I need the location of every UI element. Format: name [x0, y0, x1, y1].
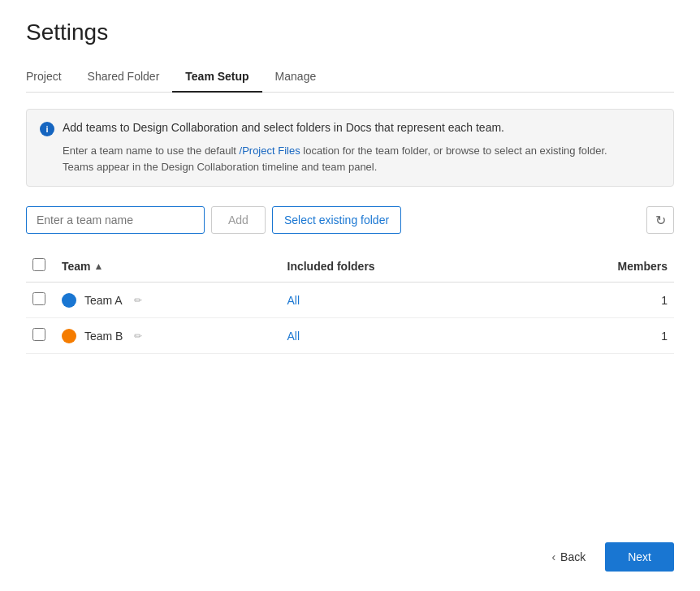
info-banner-text-secondary: Enter a team name to use the default /Pr…	[63, 143, 660, 175]
team-b-edit-icon[interactable]: ✏	[134, 330, 142, 342]
col-header-folders: Included folders	[281, 250, 523, 283]
team-b-folders-link[interactable]: All	[287, 330, 300, 343]
team-a-members-cell: 1	[523, 283, 674, 318]
row-checkbox-cell	[26, 283, 55, 318]
team-b-name-cell: Team B ✏	[55, 318, 281, 354]
team-a-edit-icon[interactable]: ✏	[134, 295, 142, 306]
toolbar: Add Select existing folder ↻	[26, 206, 674, 234]
back-button[interactable]: ‹ Back	[542, 544, 595, 570]
sort-icon: ▲	[94, 261, 104, 272]
bottom-nav: ‹ Back Next	[542, 542, 674, 572]
next-button[interactable]: Next	[605, 542, 674, 572]
refresh-icon: ↻	[655, 213, 666, 228]
col-header-members: Members	[523, 250, 674, 283]
refresh-button[interactable]: ↻	[646, 206, 674, 234]
project-files-link[interactable]: /Project Files	[240, 145, 300, 157]
team-name-input[interactable]	[26, 206, 205, 234]
back-label: Back	[560, 550, 585, 563]
info-banner: i Add teams to Design Collaboration and …	[26, 109, 674, 187]
team-b-members-cell: 1	[523, 318, 674, 354]
team-b-folders-cell: All	[281, 318, 523, 354]
col-header-checkbox	[26, 250, 55, 283]
info-banner-text-primary: Add teams to Design Collaboration and se…	[63, 121, 504, 134]
select-folder-button[interactable]: Select existing folder	[272, 206, 401, 234]
tab-manage[interactable]: Manage	[262, 62, 330, 93]
add-button[interactable]: Add	[211, 206, 266, 234]
team-a-folders-link[interactable]: All	[287, 294, 300, 307]
team-a-dot	[62, 293, 76, 308]
teams-table: Team ▲ Included folders Members Team A	[26, 250, 674, 354]
page-container: Settings Project Shared Folder Team Setu…	[0, 0, 700, 591]
select-all-checkbox[interactable]	[32, 258, 45, 271]
page-title: Settings	[26, 19, 674, 45]
table-body: Team A ✏ All 1 Team B ✏	[26, 283, 674, 354]
tabs-bar: Project Shared Folder Team Setup Manage	[26, 62, 674, 93]
info-line3: Teams appear in the Design Collaboration…	[63, 161, 377, 173]
row-checkbox-team-b[interactable]	[32, 328, 45, 341]
table-row: Team A ✏ All 1	[26, 283, 674, 318]
info-banner-row1: i Add teams to Design Collaboration and …	[40, 121, 660, 136]
col-header-team: Team ▲	[55, 250, 281, 283]
table-header: Team ▲ Included folders Members	[26, 250, 674, 283]
team-b-label: Team B	[84, 330, 123, 343]
tab-shared-folder[interactable]: Shared Folder	[75, 62, 173, 93]
info-line2-prefix: Enter a team name to use the default	[63, 145, 240, 157]
back-chevron-icon: ‹	[551, 550, 555, 563]
tab-team-setup[interactable]: Team Setup	[172, 62, 261, 93]
team-b-dot	[62, 329, 76, 343]
team-a-folders-cell: All	[281, 283, 523, 318]
info-line2-suffix: location for the team folder, or browse …	[300, 145, 607, 157]
row-checkbox-team-a[interactable]	[32, 292, 45, 305]
info-icon: i	[40, 122, 54, 136]
tab-project[interactable]: Project	[26, 62, 75, 93]
team-a-name-cell: Team A ✏	[55, 283, 281, 318]
team-a-label: Team A	[84, 294, 123, 307]
row-checkbox-cell	[26, 318, 55, 354]
table-row: Team B ✏ All 1	[26, 318, 674, 354]
